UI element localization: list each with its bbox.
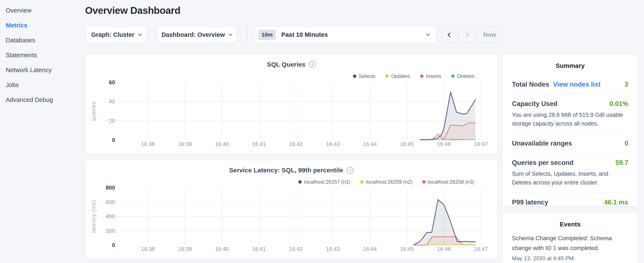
svg-text:16:40: 16:40	[215, 141, 229, 147]
svg-text:16:39: 16:39	[178, 141, 192, 147]
sidebar-item-databases[interactable]: Databases	[0, 33, 85, 48]
event-item[interactable]: Schema Change Completed: Schema change w…	[512, 233, 628, 262]
svg-text:16:45: 16:45	[400, 246, 414, 252]
chevron-left-icon	[448, 32, 452, 37]
legend-item: Selects	[353, 73, 376, 79]
time-window-label: Past 10 Minutes	[281, 31, 421, 38]
legend-dot	[353, 75, 356, 78]
dashboard-dropdown[interactable]: Dashboard: Overview	[157, 27, 236, 43]
legend-dot	[298, 180, 302, 184]
legend-dot	[385, 75, 389, 78]
chevron-right-icon	[464, 32, 469, 37]
dashboard-dropdown-label: Dashboard: Overview	[161, 31, 225, 38]
svg-text:queries: queries	[90, 101, 96, 121]
sidebar-item-jobs[interactable]: Jobs	[0, 78, 85, 92]
chevron-down-icon	[426, 32, 430, 36]
svg-text:0: 0	[112, 137, 115, 143]
qps-description: Sum of Selects, Updates, Inserts, and De…	[512, 170, 628, 187]
svg-text:16:39: 16:39	[178, 246, 192, 252]
info-icon[interactable]: i	[346, 167, 353, 174]
p99-latency-value: 46.1 ms	[604, 198, 628, 206]
legend-item: Updates	[385, 73, 410, 79]
sql-queries-chart: 16:3816:3916:4016:4116:4216:4316:4416:45…	[85, 55, 498, 154]
svg-text:16:44: 16:44	[363, 246, 377, 252]
chart-legend: Selects Updates Inserts Deletes	[353, 73, 474, 79]
events-panel: Events Schema Change Completed: Schema c…	[502, 213, 638, 263]
svg-text:16:41: 16:41	[252, 246, 266, 252]
sidebar-item-network-latency[interactable]: Network Latency	[0, 63, 85, 78]
qps-value: 59.7	[616, 159, 628, 167]
svg-text:200: 200	[106, 228, 115, 234]
chart-title: Service Latency: SQL, 99th percentile	[229, 167, 343, 174]
svg-text:20: 20	[109, 118, 115, 124]
summary-row-total-nodes: Total Nodes View nodes list 3	[512, 75, 628, 94]
svg-text:16:42: 16:42	[289, 141, 303, 147]
svg-text:16:46: 16:46	[437, 141, 451, 147]
svg-text:16:38: 16:38	[141, 141, 155, 147]
capacity-description: You are using 28.6 MiB of 515.9 GiB usab…	[512, 111, 628, 128]
legend-dot	[360, 180, 364, 184]
svg-text:16:44: 16:44	[363, 141, 377, 147]
sidebar-item-advanced-debug[interactable]: Advanced Debug	[0, 92, 85, 107]
sidebar-item-statements[interactable]: Statements	[0, 48, 85, 63]
chart-legend: localhost:26257 (n1) localhost:26259 (n2…	[298, 179, 474, 185]
svg-text:16:45: 16:45	[400, 141, 414, 147]
capacity-used-value: 0.01%	[610, 100, 628, 108]
svg-text:600: 600	[106, 199, 115, 205]
svg-text:16:40: 16:40	[215, 246, 229, 252]
summary-row-unavailable-ranges: Unavailable ranges 0	[512, 134, 628, 153]
time-step-buttons	[442, 27, 475, 43]
svg-text:800: 800	[106, 184, 115, 191]
event-timestamp: May 13, 2020 at 4:45 PM	[512, 255, 628, 262]
chevron-down-icon	[138, 32, 142, 36]
events-heading: Events	[512, 221, 628, 228]
svg-text:0: 0	[112, 242, 115, 248]
event-message: Schema Change Completed: Schema change w…	[512, 233, 628, 253]
graph-scope-dropdown-label: Graph: Cluster	[91, 31, 134, 38]
info-icon[interactable]: i	[309, 61, 316, 68]
svg-text:16:43: 16:43	[326, 141, 340, 147]
service-latency-chart: 16:3816:3916:4016:4116:4216:4316:4416:45…	[85, 160, 498, 259]
summary-row-p99: P99 latency 46.1 ms	[512, 193, 628, 212]
legend-item: localhost:26259 (n2)	[360, 179, 412, 185]
sidebar-item-overview[interactable]: Overview	[0, 3, 85, 18]
svg-text:16:46: 16:46	[437, 246, 451, 252]
toolbar-divider	[247, 27, 247, 43]
sidebar-item-metrics[interactable]: Metrics	[0, 18, 85, 33]
summary-heading: Summary	[512, 62, 628, 69]
time-step-back-button[interactable]	[442, 27, 458, 43]
summary-row-qps: Queries per second 59.7 Sum of Selects, …	[512, 153, 628, 193]
sql-queries-chart-card: SQL Queries i Selects Updates Inserts De…	[85, 54, 498, 154]
unavailable-ranges-value: 0	[625, 140, 628, 147]
view-nodes-list-link[interactable]: View nodes list	[553, 81, 600, 88]
service-latency-chart-card: Service Latency: SQL, 99th percentile i …	[85, 160, 498, 259]
svg-text:latency (ms): latency (ms)	[90, 200, 96, 233]
now-button[interactable]: Now	[477, 27, 502, 43]
legend-item: localhost:26257 (n1)	[298, 179, 350, 185]
legend-item: localhost:26258 (n3)	[422, 179, 474, 185]
chevron-down-icon	[228, 32, 232, 36]
legend-dot	[420, 75, 424, 78]
svg-text:16:42: 16:42	[289, 246, 303, 252]
summary-row-capacity: Capacity Used 0.01% You are using 28.6 M…	[512, 94, 628, 134]
svg-text:40: 40	[109, 98, 115, 105]
chart-title: SQL Queries	[267, 61, 305, 68]
time-range-selector[interactable]: 10m Past 10 Minutes	[255, 27, 436, 43]
summary-panel: Summary Total Nodes View nodes list 3 Ca…	[502, 54, 638, 206]
svg-text:400: 400	[106, 213, 115, 220]
legend-item: Deletes	[451, 73, 474, 79]
total-nodes-value: 3	[625, 81, 628, 88]
app-root: Overview Metrics Databases Statements Ne…	[0, 0, 644, 263]
svg-text:60: 60	[109, 79, 115, 86]
svg-text:16:38: 16:38	[141, 246, 155, 252]
time-step-forward-button[interactable]	[458, 27, 475, 43]
legend-item: Inserts	[420, 73, 442, 79]
svg-text:16:41: 16:41	[252, 141, 266, 147]
svg-text:16:43: 16:43	[326, 246, 340, 252]
sidebar: Overview Metrics Databases Statements Ne…	[0, 0, 85, 263]
graph-scope-dropdown[interactable]: Graph: Cluster	[86, 27, 147, 43]
svg-text:16:47: 16:47	[474, 141, 488, 147]
legend-dot	[422, 180, 426, 184]
time-window-badge: 10m	[258, 30, 276, 40]
svg-text:16:47: 16:47	[474, 246, 488, 252]
